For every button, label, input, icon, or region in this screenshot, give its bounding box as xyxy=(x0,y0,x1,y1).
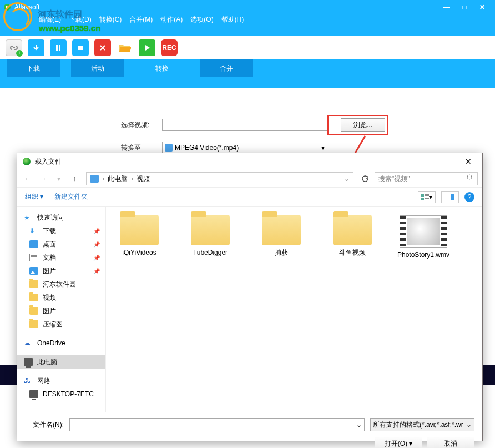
open-folder-button[interactable] xyxy=(117,39,133,56)
close-button[interactable]: ✕ xyxy=(478,3,486,11)
search-icon xyxy=(467,174,474,183)
menu-merge[interactable]: 合并(M) xyxy=(129,15,153,24)
browse-button[interactable]: 浏览... xyxy=(341,118,385,132)
folder-icon xyxy=(191,215,230,245)
maximize-button[interactable]: □ xyxy=(461,3,468,11)
menu-edit[interactable]: 编辑(E) xyxy=(39,15,61,24)
sidebar-hedong[interactable]: 河东软件园 xyxy=(17,278,105,291)
menu-help[interactable]: 帮助(H) xyxy=(221,15,244,24)
breadcrumb[interactable]: › 此电脑 › 视频 ⌄ xyxy=(86,172,353,185)
app-title: Allavsoft xyxy=(14,3,443,11)
paste-url-button[interactable]: + xyxy=(6,39,22,56)
search-placeholder: 搜索"视频" xyxy=(378,174,410,184)
tab-convert[interactable]: 转换 xyxy=(135,59,189,77)
video-path-input[interactable] xyxy=(162,119,327,131)
globe-icon xyxy=(23,158,31,165)
pin-icon: 📌 xyxy=(93,255,100,261)
folder-icon xyxy=(29,294,38,301)
menu-download[interactable]: 下载(D) xyxy=(69,15,92,24)
organize-menu[interactable]: 组织 ▾ xyxy=(25,192,43,202)
preview-icon xyxy=(446,194,454,200)
video-library-icon xyxy=(90,175,99,183)
pictures-icon xyxy=(29,267,38,275)
folder-icon xyxy=(29,320,38,328)
chevron-down-icon[interactable]: ⌄ xyxy=(344,175,350,183)
breadcrumb-videos[interactable]: 视频 xyxy=(137,174,150,184)
stop-icon xyxy=(77,44,84,52)
nav-forward-button[interactable]: → xyxy=(37,173,49,185)
file-item-folder[interactable]: 捕获 xyxy=(254,215,309,260)
filetype-combo[interactable]: 所有支持的格式(*.avi;*.asf;*.wr⌄ xyxy=(370,418,474,431)
preview-pane-button[interactable] xyxy=(441,191,459,203)
dialog-footer: 文件名(N): ⌄ 所有支持的格式(*.avi;*.asf;*.wr⌄ xyxy=(17,412,482,437)
pause-button[interactable] xyxy=(50,39,67,56)
dialog-navbar: ← → ▾ ↑ › 此电脑 › 视频 ⌄ 搜索"视频" xyxy=(17,170,482,188)
convert-to-label: 转换至 xyxy=(121,143,162,153)
sidebar-pictures[interactable]: 图片📌 xyxy=(17,264,105,278)
format-value: MPEG4 Video(*.mp4) xyxy=(175,144,239,152)
minimize-button[interactable]: — xyxy=(443,3,451,11)
filename-label: 文件名(N): xyxy=(25,420,64,430)
search-input[interactable]: 搜索"视频" xyxy=(375,172,478,185)
toolbar: + REC xyxy=(0,36,495,59)
open-button[interactable]: 打开(O) ▾ xyxy=(375,437,422,448)
desktop-icon xyxy=(29,240,38,248)
svg-rect-7 xyxy=(425,195,429,196)
download-icon: ⬇ xyxy=(29,227,38,235)
menu-action[interactable]: 动作(A) xyxy=(160,15,183,24)
chevron-right-icon: › xyxy=(102,175,104,183)
cloud-icon: ☁ xyxy=(24,339,33,347)
new-folder-button[interactable]: 新建文件夹 xyxy=(54,192,88,202)
download-icon xyxy=(32,44,40,52)
sidebar-this-pc[interactable]: 此电脑 xyxy=(17,355,105,369)
sidebar-videos[interactable]: 视频 xyxy=(17,291,105,304)
file-item-video[interactable]: PhotoStory1.wmv xyxy=(396,215,451,260)
filename-input[interactable]: ⌄ xyxy=(69,418,365,431)
cancel-button[interactable]: 取消 xyxy=(427,437,474,448)
refresh-button[interactable] xyxy=(359,173,371,185)
video-thumbnail xyxy=(400,215,447,248)
dialog-close-button[interactable]: ✕ xyxy=(460,157,477,166)
view-mode-button[interactable]: ▾ xyxy=(418,191,436,203)
svg-rect-2 xyxy=(59,45,60,51)
nav-up-button[interactable]: ↑ xyxy=(68,173,80,185)
file-item-folder[interactable]: iQiYiVideos xyxy=(112,215,167,260)
sidebar-network[interactable]: 🖧网络 xyxy=(17,374,105,387)
record-button[interactable]: REC xyxy=(161,39,178,56)
play-button[interactable] xyxy=(139,39,155,56)
sidebar-downloads[interactable]: ⬇下载📌 xyxy=(17,224,105,238)
pc-icon xyxy=(29,390,38,398)
chevron-down-icon: ▾ xyxy=(321,144,325,152)
sidebar-onedrive[interactable]: ☁OneDrive xyxy=(17,336,105,350)
format-combo[interactable]: MPEG4 Video(*.mp4) ▾ xyxy=(162,142,327,154)
help-button[interactable]: ? xyxy=(464,192,474,202)
svg-rect-5 xyxy=(421,194,424,197)
browse-highlight: 浏览... xyxy=(327,115,388,135)
sidebar-thumbs[interactable]: 压缩图 xyxy=(17,318,105,331)
menubar: 编辑(E) 下载(D) 转换(C) 合并(M) 动作(A) 选项(O) 帮助(H… xyxy=(0,14,495,36)
nav-back-button[interactable]: ← xyxy=(22,173,34,185)
tab-merge[interactable]: 合并 xyxy=(200,59,253,77)
nav-recent-button[interactable]: ▾ xyxy=(53,173,65,185)
tab-download[interactable]: 下载 xyxy=(7,59,60,77)
file-item-folder[interactable]: 斗鱼视频 xyxy=(325,215,380,260)
folder-icon xyxy=(333,215,372,245)
dialog-title: 载入文件 xyxy=(35,157,460,167)
dialog-titlebar: 载入文件 ✕ xyxy=(17,153,482,170)
menu-convert[interactable]: 转换(C) xyxy=(99,15,122,24)
download-button[interactable] xyxy=(28,39,44,56)
folder-icon xyxy=(120,215,159,245)
stop-button[interactable] xyxy=(72,39,89,56)
tab-activity[interactable]: 活动 xyxy=(71,59,124,77)
document-icon xyxy=(29,254,38,261)
sidebar-desktop[interactable]: 桌面📌 xyxy=(17,238,105,251)
file-open-dialog: 载入文件 ✕ ← → ▾ ↑ › 此电脑 › 视频 ⌄ 搜索"视频" 组织 ▾ … xyxy=(17,153,483,441)
menu-options[interactable]: 选项(O) xyxy=(190,15,213,24)
sidebar-pictures2[interactable]: 图片 xyxy=(17,304,105,318)
file-item-folder[interactable]: TubeDigger xyxy=(183,215,238,260)
breadcrumb-pc[interactable]: 此电脑 xyxy=(108,174,128,184)
cancel-button[interactable] xyxy=(94,39,111,56)
sidebar-desktop-7etc[interactable]: DESKTOP-7ETC xyxy=(17,387,105,401)
sidebar-documents[interactable]: 文档📌 xyxy=(17,251,105,264)
sidebar-quick-access[interactable]: ★快速访问 xyxy=(17,211,105,224)
